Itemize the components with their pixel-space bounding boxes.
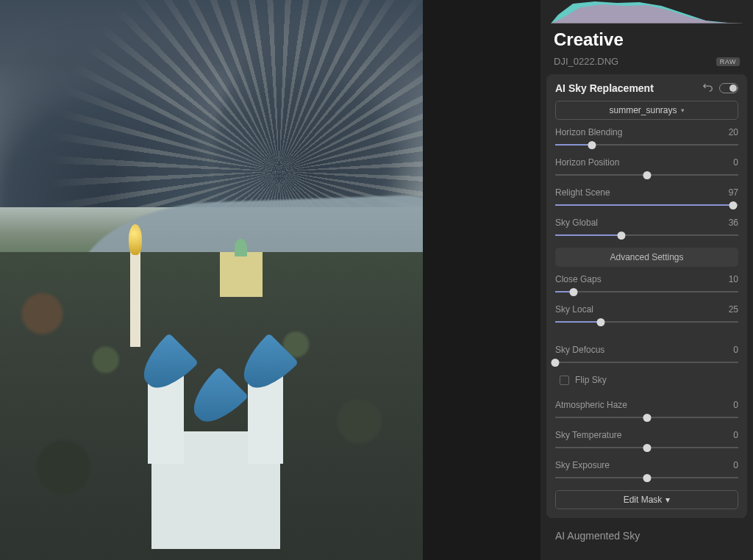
- chevron-down-icon: ▾: [681, 107, 685, 114]
- sky-replacement-panel: AI Sky Replacement summer_sunrays ▾ Hori…: [546, 74, 747, 518]
- slider-sky-exposure[interactable]: Sky Exposure0: [555, 460, 738, 483]
- sidebar: Creative DJI_0222.DNG RAW AI Sky Replace…: [540, 0, 753, 560]
- histogram[interactable]: [551, 0, 743, 24]
- canvas-area: [0, 0, 540, 560]
- filename: DJI_0222.DNG: [554, 56, 618, 67]
- app-root: Creative DJI_0222.DNG RAW AI Sky Replace…: [0, 0, 753, 560]
- preset-label: summer_sunrays: [609, 105, 677, 115]
- slider-horizon-position[interactable]: Horizon Position0: [555, 157, 738, 180]
- slider-close-gaps[interactable]: Close Gaps10: [555, 274, 738, 297]
- slider-sky-local[interactable]: Sky Local25: [555, 304, 738, 327]
- augmented-sky-panel-header[interactable]: AI Augmented Sky: [540, 525, 753, 542]
- raw-badge: RAW: [716, 57, 740, 66]
- file-row: DJI_0222.DNG RAW: [540, 56, 753, 74]
- checkbox-icon: [560, 376, 569, 385]
- slider-sky-defocus[interactable]: Sky Defocus0: [555, 345, 738, 367]
- slider-sky-global[interactable]: Sky Global36: [555, 218, 738, 240]
- advanced-settings-button[interactable]: Advanced Settings: [555, 248, 738, 267]
- edit-mask-button[interactable]: Edit Mask ▾: [555, 490, 738, 509]
- panel-title: AI Sky Replacement: [555, 82, 654, 94]
- undo-icon[interactable]: [703, 82, 713, 95]
- flip-sky-checkbox[interactable]: Flip Sky: [560, 375, 738, 385]
- panel-toggle[interactable]: [719, 83, 738, 93]
- chevron-down-icon: ▾: [665, 495, 670, 505]
- image-preview[interactable]: [0, 0, 423, 560]
- sky-preset-select[interactable]: summer_sunrays ▾: [555, 101, 738, 120]
- slider-horizon-blending[interactable]: Horizon Blending20: [555, 127, 738, 150]
- section-title: Creative: [540, 26, 753, 56]
- slider-relight-scene[interactable]: Relight Scene97: [555, 187, 738, 210]
- slider-sky-temperature[interactable]: Sky Temperature0: [555, 430, 738, 453]
- slider-atmospheric-haze[interactable]: Atmospheric Haze0: [555, 400, 738, 423]
